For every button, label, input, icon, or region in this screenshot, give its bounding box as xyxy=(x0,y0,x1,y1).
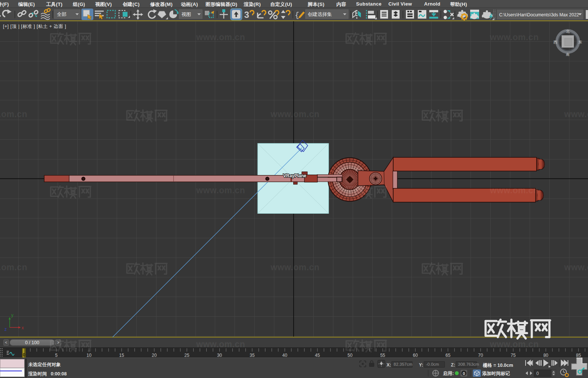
svg-text:0: 0 xyxy=(23,352,25,358)
svg-text:35: 35 xyxy=(250,353,255,358)
svg-text:25: 25 xyxy=(184,353,190,358)
svg-text:45: 45 xyxy=(315,353,320,358)
svg-text:5: 5 xyxy=(55,353,58,358)
svg-text:创建选择集: 创建选择集 xyxy=(308,12,332,17)
svg-text:85: 85 xyxy=(576,353,581,358)
svg-text:30: 30 xyxy=(217,353,222,358)
svg-text:C:\Users\Han\Documents\3ds Max: C:\Users\Han\Documents\3ds Max 2022 xyxy=(499,12,579,17)
svg-text:50: 50 xyxy=(348,353,353,358)
svg-text:15: 15 xyxy=(119,353,125,358)
svg-text:全部: 全部 xyxy=(57,12,67,17)
svg-text:70: 70 xyxy=(478,353,483,358)
svg-text:视图: 视图 xyxy=(181,12,191,17)
svg-text:40: 40 xyxy=(282,353,288,358)
svg-text:75: 75 xyxy=(511,353,516,358)
svg-text:60: 60 xyxy=(413,353,418,358)
svg-text:3: 3 xyxy=(244,10,249,20)
svg-text:80: 80 xyxy=(543,353,549,358)
svg-text:55: 55 xyxy=(380,353,385,358)
svg-text:{: { xyxy=(295,11,299,20)
svg-text:65: 65 xyxy=(446,353,451,358)
svg-text:20: 20 xyxy=(152,353,157,358)
svg-text:10: 10 xyxy=(87,353,92,358)
